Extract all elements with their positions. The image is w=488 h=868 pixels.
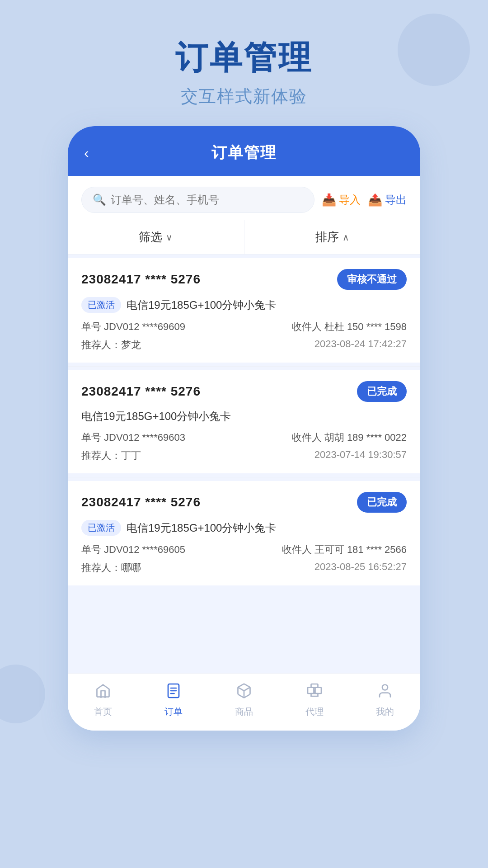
recipient: 收件人 王可可 181 **** 2566 bbox=[282, 543, 407, 557]
nav-item-goods[interactable]: 商品 bbox=[221, 683, 267, 718]
order-time: 2023-08-25 16:52:27 bbox=[314, 561, 407, 575]
nav-item-orders[interactable]: 订单 bbox=[151, 683, 196, 718]
product-row: 电信19元185G+100分钟小兔卡 bbox=[81, 409, 407, 424]
order-top-row: 23082417 **** 5276 已完成 bbox=[81, 381, 407, 402]
order-top-row: 23082417 **** 5276 已完成 bbox=[81, 492, 407, 513]
product-name: 电信19元185G+100分钟小兔卡 bbox=[127, 298, 276, 312]
nav-item-mine[interactable]: 我的 bbox=[362, 683, 408, 718]
product-row: 已激活 电信19元185G+100分钟小兔卡 bbox=[81, 297, 407, 313]
product-name: 电信19元185G+100分钟小兔卡 bbox=[127, 521, 276, 535]
status-badge: 已完成 bbox=[357, 381, 407, 402]
back-button[interactable]: ‹ bbox=[84, 145, 89, 161]
recommender: 推荐人：哪哪 bbox=[81, 561, 141, 575]
export-button[interactable]: 📤 导出 bbox=[368, 193, 407, 207]
sort-label: 排序 bbox=[315, 229, 339, 245]
filter-arrow-icon: ∨ bbox=[166, 232, 173, 243]
status-badge: 已完成 bbox=[357, 492, 407, 513]
order-meta-row: 推荐人：梦龙 2023-08-24 17:42:27 bbox=[81, 338, 407, 352]
phone-mockup: ‹ 订单管理 🔍 📥 导入 📤 导出 筛选 ∨ bbox=[68, 126, 420, 731]
order-meta-row: 推荐人：丁丁 2023-07-14 19:30:57 bbox=[81, 449, 407, 462]
activated-badge: 已激活 bbox=[81, 520, 121, 536]
goods-label: 商品 bbox=[235, 706, 253, 718]
mine-label: 我的 bbox=[376, 706, 394, 718]
agent-label: 代理 bbox=[305, 706, 324, 718]
svg-point-13 bbox=[382, 685, 388, 690]
agent-icon bbox=[306, 683, 323, 703]
order-number: 单号 JDV012 ****69605 bbox=[81, 543, 185, 557]
order-time: 2023-07-14 19:30:57 bbox=[314, 449, 407, 462]
home-label: 首页 bbox=[94, 706, 112, 718]
order-meta-row: 推荐人：哪哪 2023-08-25 16:52:27 bbox=[81, 561, 407, 575]
search-row: 🔍 📥 导入 📤 导出 bbox=[68, 176, 420, 220]
order-id: 23082417 **** 5276 bbox=[81, 495, 201, 509]
orders-list: 23082417 **** 5276 审核不通过 已激活 电信19元185G+1… bbox=[68, 258, 420, 585]
nav-item-agent[interactable]: 代理 bbox=[292, 683, 337, 718]
search-input[interactable] bbox=[111, 193, 303, 206]
bg-circle-bottom-left bbox=[0, 665, 45, 723]
recommender: 推荐人：丁丁 bbox=[81, 449, 141, 462]
filter-sort-row: 筛选 ∨ 排序 ∧ bbox=[68, 220, 420, 255]
home-icon bbox=[95, 683, 111, 703]
recommender: 推荐人：梦龙 bbox=[81, 338, 141, 352]
sort-button[interactable]: 排序 ∧ bbox=[244, 220, 421, 254]
svg-rect-7 bbox=[311, 684, 318, 688]
orders-icon bbox=[165, 683, 182, 703]
bg-circle-top-right bbox=[398, 14, 470, 86]
order-detail-row: 单号 JDV012 ****69609 收件人 杜杜 150 **** 1598 bbox=[81, 320, 407, 334]
phone-content: 🔍 📥 导入 📤 导出 筛选 ∨ 排序 ∧ bbox=[68, 176, 420, 673]
goods-icon bbox=[236, 683, 252, 703]
product-name: 电信19元185G+100分钟小兔卡 bbox=[81, 409, 231, 424]
page-subtitle: 交互样式新体验 bbox=[0, 85, 488, 108]
order-card[interactable]: 23082417 **** 5276 审核不通过 已激活 电信19元185G+1… bbox=[68, 258, 420, 363]
recipient: 收件人 胡胡 189 **** 0022 bbox=[292, 431, 407, 444]
phone-header-title: 订单管理 bbox=[211, 142, 277, 163]
status-badge: 审核不通过 bbox=[337, 269, 407, 290]
svg-rect-5 bbox=[308, 688, 314, 694]
content-spacer bbox=[68, 589, 420, 625]
import-button[interactable]: 📥 导入 bbox=[322, 193, 361, 207]
order-detail-row: 单号 JDV012 ****69603 收件人 胡胡 189 **** 0022 bbox=[81, 431, 407, 444]
import-label: 导入 bbox=[339, 193, 361, 207]
order-detail-row: 单号 JDV012 ****69605 收件人 王可可 181 **** 256… bbox=[81, 543, 407, 557]
export-label: 导出 bbox=[385, 193, 407, 207]
filter-button[interactable]: 筛选 ∨ bbox=[68, 220, 244, 254]
orders-label: 订单 bbox=[164, 706, 183, 718]
bottom-nav: 首页 订单 商品 bbox=[68, 673, 420, 731]
order-id: 23082417 **** 5276 bbox=[81, 384, 201, 399]
export-icon: 📤 bbox=[368, 193, 382, 207]
mine-icon bbox=[377, 683, 393, 703]
activated-badge: 已激活 bbox=[81, 297, 121, 313]
product-row: 已激活 电信19元185G+100分钟小兔卡 bbox=[81, 520, 407, 536]
phone-header: ‹ 订单管理 bbox=[68, 126, 420, 176]
search-icon: 🔍 bbox=[93, 193, 106, 206]
order-top-row: 23082417 **** 5276 审核不通过 bbox=[81, 269, 407, 290]
order-card[interactable]: 23082417 **** 5276 已完成 电信19元185G+100分钟小兔… bbox=[68, 370, 420, 473]
order-number: 单号 JDV012 ****69609 bbox=[81, 320, 185, 334]
order-card[interactable]: 23082417 **** 5276 已完成 已激活 电信19元185G+100… bbox=[68, 481, 420, 585]
order-id: 23082417 **** 5276 bbox=[81, 272, 201, 287]
nav-item-home[interactable]: 首页 bbox=[80, 683, 126, 718]
order-time: 2023-08-24 17:42:27 bbox=[314, 338, 407, 352]
svg-rect-6 bbox=[315, 688, 322, 694]
recipient: 收件人 杜杜 150 **** 1598 bbox=[292, 320, 407, 334]
search-input-wrap: 🔍 bbox=[81, 187, 314, 213]
filter-label: 筛选 bbox=[139, 229, 162, 245]
import-icon: 📥 bbox=[322, 193, 336, 207]
sort-arrow-icon: ∧ bbox=[343, 232, 349, 243]
order-number: 单号 JDV012 ****69603 bbox=[81, 431, 185, 444]
